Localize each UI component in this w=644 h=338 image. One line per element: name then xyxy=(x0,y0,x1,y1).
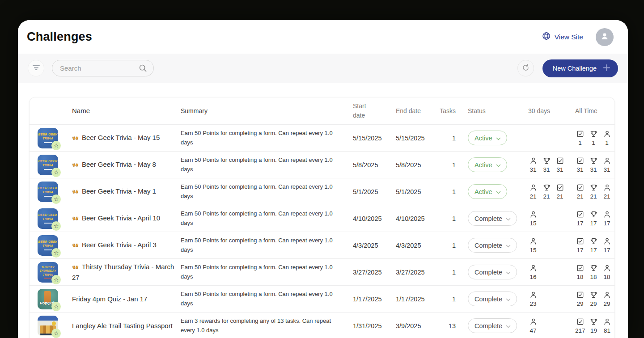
toolbar: New Challenge xyxy=(18,54,628,83)
challenge-name: Beer Geek Trivia - May 15 xyxy=(66,133,177,144)
beer-cheers-icon xyxy=(72,263,79,273)
refresh-icon xyxy=(521,63,530,73)
person-icon xyxy=(602,237,612,245)
challenge-thumbnail: PopQuiz ☆ xyxy=(38,289,58,309)
end-date: 3/27/2025 xyxy=(392,269,435,276)
challenge-thumbnail: BEER GEEKTRIVIA ☆ xyxy=(38,155,58,175)
tasks-count: 1 xyxy=(435,269,456,276)
star-badge-icon: ☆ xyxy=(51,168,61,177)
stat-person: 15 xyxy=(528,237,538,254)
start-date: 4/3/2025 xyxy=(349,242,392,249)
status-dropdown[interactable]: Complete xyxy=(468,211,517,226)
end-date: 5/8/2025 xyxy=(392,161,435,169)
status-dropdown[interactable]: Complete xyxy=(468,265,517,279)
filter-button[interactable] xyxy=(28,60,44,76)
person-icon xyxy=(528,157,538,165)
end-date: 1/17/2025 xyxy=(392,296,435,303)
filter-icon xyxy=(32,64,40,72)
new-challenge-label: New Challenge xyxy=(553,65,597,72)
new-challenge-button[interactable]: New Challenge xyxy=(542,59,618,77)
check-icon xyxy=(575,264,585,272)
start-date: 5/1/2025 xyxy=(349,188,392,195)
globe-icon xyxy=(542,32,551,42)
table-row[interactable]: BEER GEEKTRIVIA ☆ Beer Geek Trivia - May… xyxy=(30,178,614,205)
trophy-icon xyxy=(589,184,598,192)
stat-person: 21 xyxy=(528,184,538,200)
status-dropdown[interactable]: Active xyxy=(468,157,507,172)
end-date: 3/9/2025 xyxy=(392,322,435,330)
stat-trophy: 31 xyxy=(589,157,598,173)
person-icon xyxy=(602,264,612,272)
refresh-button[interactable] xyxy=(517,60,534,76)
challenge-thumbnail: BEER GEEKTRIVIA ☆ xyxy=(38,182,58,202)
start-date: 3/27/2025 xyxy=(349,269,392,276)
person-icon xyxy=(528,237,538,245)
stats-all-time: 2171981 xyxy=(572,318,614,334)
person-icon xyxy=(528,318,538,326)
person-icon xyxy=(602,318,612,326)
avatar[interactable] xyxy=(596,28,614,46)
challenge-thumbnail: BEER GEEKTRIVIA ☆ xyxy=(38,235,58,256)
chevron-down-icon xyxy=(496,161,501,169)
stat-check: 31 xyxy=(575,157,585,173)
toolbar-actions: New Challenge xyxy=(517,59,618,77)
stat-person: 17 xyxy=(602,211,612,227)
stats-all-time: 181818 xyxy=(572,264,614,280)
stat-person: 23 xyxy=(528,291,538,307)
column-end-date: End date xyxy=(392,107,435,114)
column-all-time: All Time xyxy=(572,107,614,114)
stat-trophy: 17 xyxy=(589,237,598,254)
star-badge-icon: ☆ xyxy=(51,329,61,338)
trophy-icon xyxy=(589,291,598,299)
table-row[interactable]: THIRSTYTHURSDAYTRIVIA ☆ Thirsty Thursday… xyxy=(30,258,614,285)
stat-check: 29 xyxy=(575,291,585,307)
table-row[interactable]: BEER GEEKTRIVIA ☆ Beer Geek Trivia - May… xyxy=(30,151,614,178)
stat-person: 81 xyxy=(602,318,612,334)
chevron-down-icon xyxy=(506,296,511,303)
status-dropdown[interactable]: Active xyxy=(468,131,507,145)
end-date: 4/10/2025 xyxy=(392,215,435,222)
person-icon xyxy=(602,291,612,299)
stat-trophy: 17 xyxy=(589,211,598,227)
status-dropdown[interactable]: Complete xyxy=(468,292,517,306)
star-badge-icon: ☆ xyxy=(51,221,61,231)
table-row[interactable]: BEER GEEKTRIVIA ☆ Beer Geek Trivia - Apr… xyxy=(30,205,614,232)
chevron-down-icon xyxy=(496,135,501,142)
challenge-summary: Earn 3 rewards for completing any of 13 … xyxy=(177,317,349,335)
plus-icon xyxy=(603,64,610,73)
stats-30-days: 15 xyxy=(525,237,572,254)
person-icon xyxy=(528,291,538,299)
view-site-button[interactable]: View Site xyxy=(542,32,583,42)
chevron-down-icon xyxy=(506,242,511,249)
person-icon xyxy=(602,157,612,165)
table-row[interactable]: PopQuiz ☆ Friday 4pm Quiz - Jan 17 Earn … xyxy=(30,285,614,312)
challenge-name: Friday 4pm Quiz - Jan 17 xyxy=(66,294,177,304)
table-row[interactable]: ☆ Langley Ale Trail Tasting Passport Ear… xyxy=(30,312,614,338)
challenge-summary: Earn 50 Points for completing a form. Ca… xyxy=(177,290,349,308)
stat-trophy: 21 xyxy=(542,184,551,200)
status-dropdown[interactable]: Complete xyxy=(468,318,517,333)
person-icon xyxy=(602,211,612,219)
trophy-icon xyxy=(589,318,599,326)
tasks-count: 13 xyxy=(435,322,456,330)
check-icon xyxy=(555,157,565,165)
challenge-name: Beer Geek Trivia - April 10 xyxy=(66,213,177,224)
check-icon xyxy=(575,291,585,299)
stat-trophy: 29 xyxy=(589,291,598,307)
stats-30-days: 16 xyxy=(525,264,572,280)
status-dropdown[interactable]: Complete xyxy=(468,238,517,253)
stat-person: 31 xyxy=(528,157,538,173)
stat-check: 18 xyxy=(575,264,585,280)
search xyxy=(52,60,154,76)
challenge-summary: Earn 50 Points for completing a form. Ca… xyxy=(177,182,349,201)
beer-cheers-icon xyxy=(72,214,79,224)
status-dropdown[interactable]: Active xyxy=(468,184,507,199)
trophy-icon xyxy=(589,237,598,245)
chevron-down-icon xyxy=(506,215,511,222)
person-icon xyxy=(528,264,538,272)
stats-30-days: 15 xyxy=(525,211,572,227)
check-icon xyxy=(555,184,565,192)
table-row[interactable]: BEER GEEKTRIVIA ☆ Beer Geek Trivia - Apr… xyxy=(30,232,614,258)
table-row[interactable]: BEER GEEKTRIVIA ☆ Beer Geek Trivia - May… xyxy=(30,124,614,151)
stat-person: 31 xyxy=(602,157,612,173)
